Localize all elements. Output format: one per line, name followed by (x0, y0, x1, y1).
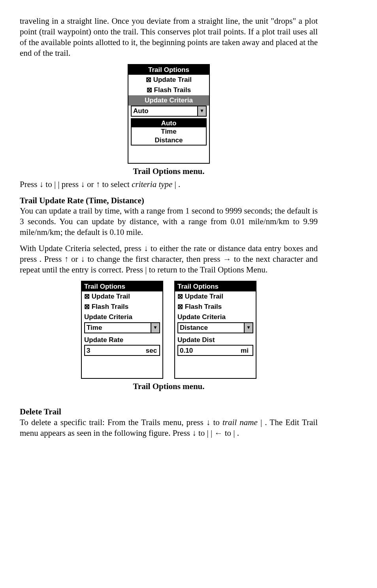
mock2-combo[interactable]: Time ▼ (84, 322, 160, 333)
mock2-combo-value: Time (85, 323, 151, 333)
line1c: criteria type (132, 180, 172, 189)
paragraph-4: To delete a specific trail: From the Tra… (20, 417, 318, 439)
mock3-combo[interactable]: Distance ▼ (177, 322, 253, 333)
mock3-criteria-label: Update Criteria (175, 312, 256, 322)
mock1-item2-label: Flash Trails (154, 86, 191, 94)
mock3-field-unit: mi (237, 346, 253, 355)
paragraph-1: traveling in a straight line. Once you d… (20, 16, 318, 59)
mock2-field-value: 3 (85, 346, 143, 355)
mock2-item2-label: Flash Trails (92, 303, 129, 310)
mock3-item1-label: Update Trail (185, 293, 223, 300)
mock1-opt-auto[interactable]: Auto (132, 119, 206, 128)
mock1-item1-label: Update Trail (153, 76, 192, 83)
line1a: Press ↓ to (20, 180, 54, 189)
paragraph-2: You can update a trail by time, with a r… (20, 206, 318, 238)
line1d: | . (175, 180, 181, 189)
mock2-field[interactable]: 3 sec (84, 345, 160, 356)
heading-update-rate: Trail Update Rate (Time, Distance) (20, 195, 318, 206)
para4a: To delete a specific trail: From the Tra… (20, 418, 222, 427)
mock1-combo[interactable]: Auto ▼ (131, 106, 207, 117)
mock1-opt-distance[interactable]: Distance (132, 136, 206, 145)
mock3-item2-label: Flash Trails (185, 303, 222, 310)
mock3-field[interactable]: 0.10 mi (177, 345, 253, 356)
chevron-down-icon[interactable]: ▼ (197, 106, 206, 116)
mock-trail-options-2: Trail Options ⊠ Update Trail ⊠ Flash Tra… (81, 281, 163, 379)
mock-trail-options-1: Trail Options ⊠ Update Trail ⊠ Flash Tra… (128, 64, 210, 164)
mock1-listbox[interactable]: Auto Time Distance (131, 118, 207, 146)
chevron-down-icon[interactable]: ▼ (151, 323, 159, 333)
mock3-flash-trails: ⊠ Flash Trails (175, 302, 256, 312)
mock2-flash-trails: ⊠ Flash Trails (82, 302, 162, 312)
mock2-field-label: Update Rate (82, 335, 162, 345)
mock1-combo-value: Auto (132, 106, 197, 116)
caption-2: Trail Options menu. (20, 381, 318, 392)
mock1-flash-trails: ⊠ Flash Trails (128, 85, 209, 95)
mock1-update-trail: ⊠ Update Trail (128, 75, 209, 85)
mock3-title: Trail Options (175, 282, 256, 292)
mock1-title: Trail Options (128, 65, 209, 75)
caption-1: Trail Options menu. (20, 166, 318, 177)
mock2-field-unit: sec (143, 346, 159, 355)
chevron-down-icon[interactable]: ▼ (244, 323, 253, 333)
mock2-criteria-label: Update Criteria (82, 312, 162, 322)
mock-trail-options-3: Trail Options ⊠ Update Trail ⊠ Flash Tra… (174, 281, 256, 379)
line1b: | | press ↓ or ↑ to select (54, 180, 132, 189)
paragraph-3: With Update Criteria selected, press ↓ t… (20, 243, 318, 275)
mock3-field-value: 0.10 (178, 346, 237, 355)
mock1-subtitle: Update Criteria (128, 95, 209, 106)
mock1-opt-time[interactable]: Time (132, 127, 206, 136)
instruction-line-1: Press ↓ to | | press ↓ or ↑ to select cr… (20, 179, 318, 190)
mock2-item1-label: Update Trail (92, 293, 130, 300)
mock3-field-label: Update Dist (175, 335, 256, 345)
heading-delete-trail: Delete Trail (20, 406, 318, 417)
mock2-update-trail: ⊠ Update Trail (82, 291, 162, 302)
mock3-combo-value: Distance (178, 323, 244, 333)
para4b: trail name (222, 418, 258, 427)
mock2-title: Trail Options (82, 282, 162, 292)
mock3-update-trail: ⊠ Update Trail (175, 291, 256, 302)
